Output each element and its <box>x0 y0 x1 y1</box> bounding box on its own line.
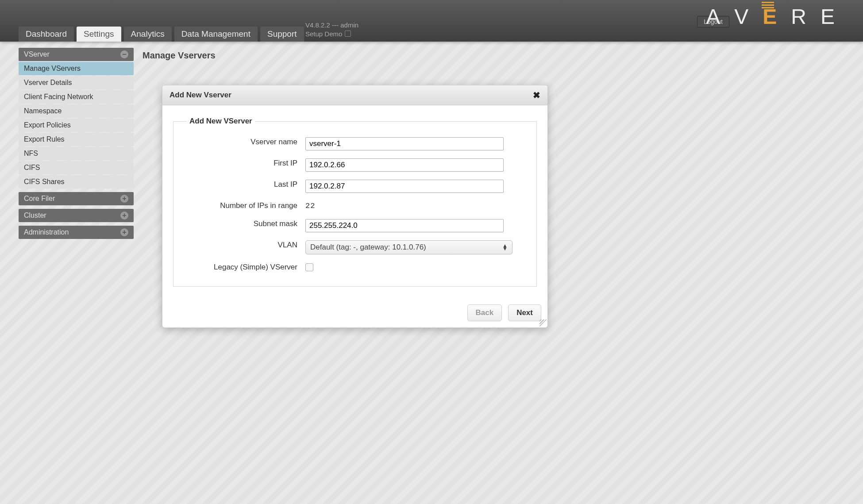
label-vserver-name: Vserver name <box>187 137 305 147</box>
dialog-titlebar[interactable]: Add New Vserver ✖ <box>162 85 547 105</box>
first-ip-input[interactable] <box>305 158 504 172</box>
label-ip-count: Number of IPs in range <box>187 201 305 211</box>
plus-icon: + <box>120 195 128 203</box>
plus-icon: + <box>120 212 128 219</box>
header-meta: V4.8.2.2 --- admin Setup Demo <box>305 21 358 38</box>
tab-data-management[interactable]: Data Management <box>174 27 258 42</box>
sidebar: VServer − Manage VServers Vserver Detail… <box>19 48 134 239</box>
page-title: Manage Vservers <box>143 50 863 61</box>
label-vlan: VLAN <box>187 240 305 250</box>
sidebar-item-cifs[interactable]: CIFS <box>19 161 134 174</box>
tab-settings[interactable]: Settings <box>77 27 121 42</box>
label-subnet: Subnet mask <box>187 219 305 229</box>
sidebar-item-export-policies[interactable]: Export Policies <box>19 119 134 132</box>
plus-icon: + <box>120 228 128 236</box>
resize-grip-icon[interactable] <box>539 319 547 327</box>
sidebar-item-manage-vservers[interactable]: Manage VServers <box>19 62 134 75</box>
add-vserver-fieldset: Add New VServer Vserver name First IP <box>173 117 537 287</box>
label-legacy: Legacy (Simple) VServer <box>187 262 305 273</box>
nav-section-label: Cluster <box>24 212 46 219</box>
back-button[interactable]: Back <box>467 304 502 321</box>
tab-support[interactable]: Support <box>260 27 304 42</box>
minus-icon: − <box>120 50 128 58</box>
nav-section-vserver[interactable]: VServer − <box>19 48 134 61</box>
header-bar: Logout A V E R E Dashboard Settings Anal… <box>0 0 863 42</box>
meta-setup: Setup Demo <box>305 30 342 38</box>
logo-letter-v: V <box>734 4 759 29</box>
fieldset-legend: Add New VServer <box>187 117 255 126</box>
sidebar-item-cifs-shares[interactable]: CIFS Shares <box>19 175 134 189</box>
meta-version: V4.8.2.2 --- admin <box>305 21 358 30</box>
label-last-ip: Last IP <box>187 180 305 190</box>
subnet-input[interactable] <box>305 219 504 232</box>
logo-letter-e: E <box>763 4 787 29</box>
sidebar-item-client-facing-network[interactable]: Client Facing Network <box>19 90 134 104</box>
logo-letter-a: A <box>706 4 731 29</box>
main-tabs: Dashboard Settings Analytics Data Manage… <box>19 27 304 42</box>
close-icon[interactable]: ✖ <box>533 90 540 100</box>
legacy-checkbox[interactable] <box>305 263 313 271</box>
sidebar-item-namespace[interactable]: Namespace <box>19 104 134 118</box>
tab-analytics[interactable]: Analytics <box>124 27 172 42</box>
sidebar-item-vserver-details[interactable]: Vserver Details <box>19 76 134 89</box>
vlan-selected-text: Default (tag: -, gateway: 10.1.0.76) <box>310 243 426 252</box>
nav-section-core-filer[interactable]: Core Filer + <box>19 192 134 205</box>
chevron-updown-icon: ▲▼ <box>502 244 508 250</box>
sidebar-item-export-rules[interactable]: Export Rules <box>19 133 134 146</box>
setup-demo-icon <box>345 31 351 37</box>
brand-logo: A V E R E <box>706 4 845 29</box>
logo-bars-icon <box>762 2 774 8</box>
logo-letter-r: R <box>791 4 817 29</box>
nav-section-cluster[interactable]: Cluster + <box>19 209 134 222</box>
ip-count-value: 22 <box>305 201 523 210</box>
last-ip-input[interactable] <box>305 180 504 193</box>
label-first-ip: First IP <box>187 158 305 169</box>
vlan-select[interactable]: Default (tag: -, gateway: 10.1.0.76) ▲▼ <box>305 240 512 254</box>
next-button[interactable]: Next <box>508 304 541 321</box>
tab-dashboard[interactable]: Dashboard <box>19 27 74 42</box>
add-vserver-dialog: Add New Vserver ✖ Add New VServer Vserve… <box>162 85 548 328</box>
vserver-name-input[interactable] <box>305 137 504 150</box>
nav-section-administration[interactable]: Administration + <box>19 226 134 239</box>
logo-letter-e2: E <box>821 4 845 29</box>
nav-section-label: Administration <box>24 228 69 236</box>
sidebar-item-nfs[interactable]: NFS <box>19 147 134 160</box>
dialog-title-text: Add New Vserver <box>170 91 231 100</box>
nav-section-label: VServer <box>24 50 50 58</box>
nav-section-label: Core Filer <box>24 195 55 203</box>
